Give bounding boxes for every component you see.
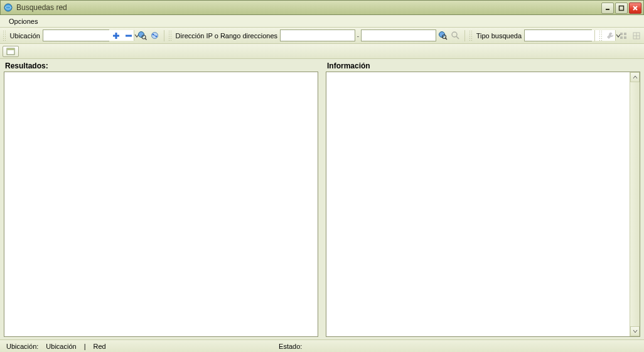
info-header: Información xyxy=(326,59,640,72)
ip-from-input[interactable] xyxy=(281,30,355,41)
status-ubicacion-value: Ubicación xyxy=(43,343,78,350)
svg-point-8 xyxy=(138,32,144,38)
svg-rect-2 xyxy=(620,6,624,11)
ip-to-field[interactable] xyxy=(361,29,436,41)
toolbar-grip[interactable] xyxy=(3,30,6,41)
menubar: Opciones xyxy=(0,15,644,28)
tipo-label: Tipo busqueda xyxy=(474,32,524,40)
scroll-down-icon[interactable] xyxy=(630,326,640,336)
menu-opciones[interactable]: Opciones xyxy=(4,16,43,26)
close-button[interactable] xyxy=(629,3,641,14)
maximize-button[interactable] xyxy=(615,3,628,14)
search-button[interactable] xyxy=(449,29,463,43)
titlebar: Busquedas red xyxy=(0,0,644,15)
range-separator: - xyxy=(355,32,362,40)
app-icon xyxy=(3,3,13,13)
ip-to-input[interactable] xyxy=(362,30,436,41)
svg-rect-21 xyxy=(624,33,626,35)
toolbar-separator xyxy=(594,30,595,41)
toolbar-separator xyxy=(164,30,164,41)
search-globe-button[interactable] xyxy=(436,29,449,43)
status-red-value: Red xyxy=(91,343,109,350)
results-panel[interactable] xyxy=(4,72,318,337)
info-column: Información xyxy=(322,59,644,339)
network-icon[interactable] xyxy=(148,29,161,43)
ip-from-field[interactable] xyxy=(280,29,355,41)
results-column: Resultados: xyxy=(0,59,322,339)
svg-line-10 xyxy=(145,38,147,40)
toolbar-separator xyxy=(464,30,465,41)
toolbar-grip[interactable] xyxy=(168,30,172,41)
ubicacion-label: Ubicación xyxy=(8,32,43,40)
ip-label: Dirección IP o Rango direcciones xyxy=(173,32,280,40)
status-ubicacion-label: Ubicación: xyxy=(4,343,41,350)
status-estado-label: Estado: xyxy=(276,343,304,350)
wrench-icon[interactable] xyxy=(604,29,617,43)
results-header: Resultados: xyxy=(4,59,318,72)
toolbar-secondary xyxy=(0,44,644,59)
grid-icon[interactable] xyxy=(617,29,630,43)
svg-rect-20 xyxy=(620,33,623,35)
svg-point-18 xyxy=(452,32,457,37)
svg-rect-28 xyxy=(7,48,14,50)
info-panel[interactable] xyxy=(326,72,640,337)
toolbar-grip[interactable] xyxy=(469,30,473,41)
add-button[interactable] xyxy=(109,29,122,43)
tab-window-icon[interactable] xyxy=(3,46,19,57)
svg-line-17 xyxy=(445,38,447,40)
globe-search-icon[interactable] xyxy=(136,29,149,43)
status-separator: | xyxy=(82,343,89,350)
vertical-scrollbar[interactable] xyxy=(630,72,640,336)
scroll-up-icon[interactable] xyxy=(630,72,640,82)
ubicacion-combo[interactable] xyxy=(43,29,110,41)
svg-rect-22 xyxy=(620,36,623,39)
svg-line-19 xyxy=(456,36,459,39)
toolbar-main: Ubicación Dirección IP o Rango direccion… xyxy=(0,28,644,44)
minimize-button[interactable] xyxy=(601,3,614,14)
content-area: Resultados: Información xyxy=(0,59,644,339)
window-controls xyxy=(601,3,641,14)
remove-button[interactable] xyxy=(122,29,136,43)
svg-point-0 xyxy=(4,4,12,11)
tipo-combo[interactable] xyxy=(524,29,592,41)
window-title: Busquedas red xyxy=(16,3,67,12)
grid-alt-icon[interactable] xyxy=(630,29,643,43)
scroll-track[interactable] xyxy=(630,82,640,326)
toolbar-grip[interactable] xyxy=(599,30,603,41)
svg-rect-23 xyxy=(624,36,626,39)
statusbar: Ubicación: Ubicación | Red Estado: xyxy=(0,339,644,352)
